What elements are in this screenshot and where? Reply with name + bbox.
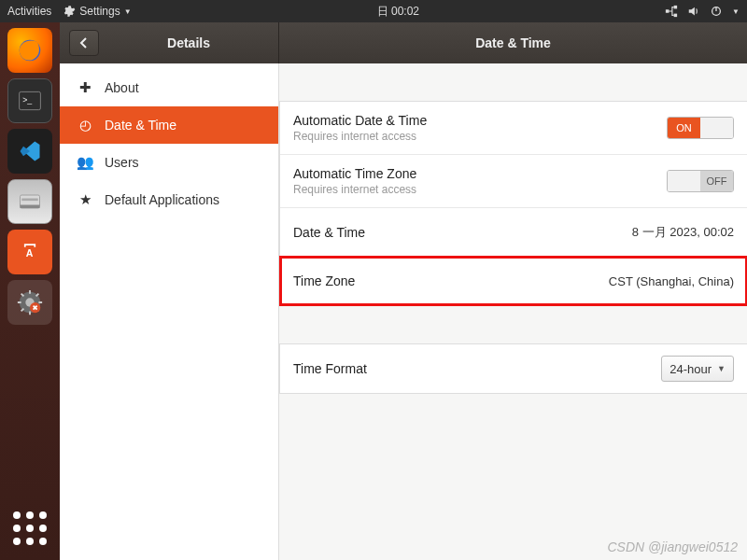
dock-item-settings[interactable] xyxy=(7,280,52,325)
row-date-time[interactable]: Date & Time 8 一月 2023, 00:02 xyxy=(280,208,747,257)
dock-item-vscode[interactable] xyxy=(7,129,52,174)
dock-item-software[interactable]: A xyxy=(7,230,52,274)
time-zone-value: CST (Shanghai, China) xyxy=(609,274,734,288)
network-icon xyxy=(665,5,678,18)
row-time-zone[interactable]: Time Zone CST (Shanghai, China) xyxy=(280,257,747,305)
gear-icon xyxy=(63,5,76,18)
show-applications-button[interactable] xyxy=(7,506,52,551)
svg-rect-1 xyxy=(674,6,678,9)
row-sublabel: Requires internet access xyxy=(293,183,667,196)
sidebar-item-label: Date & Time xyxy=(105,118,176,133)
power-icon xyxy=(710,5,723,18)
sidebar-item-users[interactable]: 👥 Users xyxy=(60,144,278,181)
back-button[interactable] xyxy=(69,30,99,56)
page-title: Date & Time xyxy=(279,22,747,63)
clock[interactable]: 日 00:02 xyxy=(132,4,665,20)
sidebar-item-label: Default Applications xyxy=(105,192,219,207)
chevron-down-icon: ▼ xyxy=(717,364,726,373)
time-format-dropdown[interactable]: 24-hour ▼ xyxy=(661,356,734,382)
row-label: Date & Time xyxy=(293,225,632,240)
svg-text:>_: >_ xyxy=(22,95,32,105)
row-time-format: Time Format 24-hour ▼ xyxy=(280,344,747,393)
sidebar-title: Details xyxy=(99,35,278,50)
row-label: Time Format xyxy=(293,361,661,376)
sidebar-item-default-apps[interactable]: ★ Default Applications xyxy=(60,181,278,218)
headerbar: Details Date & Time xyxy=(60,22,747,63)
sidebar-item-label: Users xyxy=(105,155,139,170)
activities-button[interactable]: Activities xyxy=(7,5,51,18)
row-sublabel: Requires internet access xyxy=(293,130,667,143)
dock-item-firefox[interactable] xyxy=(7,28,52,73)
dock-item-terminal[interactable]: >_ xyxy=(7,78,52,123)
svg-rect-8 xyxy=(21,199,38,202)
svg-text:A: A xyxy=(26,247,34,259)
sidebar-item-date-time[interactable]: ◴ Date & Time xyxy=(60,106,278,144)
users-icon: 👥 xyxy=(77,154,93,171)
volume-icon xyxy=(687,5,700,18)
chevron-down-icon: ▼ xyxy=(124,7,132,16)
dock-item-files[interactable] xyxy=(7,179,52,224)
row-label: Automatic Time Zone xyxy=(293,166,667,181)
gnome-top-panel: Activities Settings ▼ 日 00:02 ▼ xyxy=(0,0,747,22)
star-icon: ★ xyxy=(77,191,93,208)
svg-rect-2 xyxy=(674,14,678,18)
launcher-dock: >_ A xyxy=(0,22,60,560)
clock-icon: ◴ xyxy=(77,117,93,133)
sidebar-item-about[interactable]: ✚ About xyxy=(60,69,278,106)
chevron-down-icon: ▼ xyxy=(732,7,740,16)
date-time-value: 8 一月 2023, 00:02 xyxy=(632,224,734,241)
svg-rect-9 xyxy=(21,205,40,209)
row-auto-time-zone: Automatic Time Zone Requires internet ac… xyxy=(280,155,747,208)
status-area[interactable]: ▼ xyxy=(665,5,740,18)
row-auto-date-time: Automatic Date & Time Requires internet … xyxy=(280,102,747,155)
sidebar-item-label: About xyxy=(105,80,139,95)
row-label: Automatic Date & Time xyxy=(293,113,667,128)
settings-window: Details Date & Time ✚ About ◴ Date & Tim… xyxy=(60,22,747,560)
toggle-auto-date-time[interactable]: ON. xyxy=(667,117,734,139)
plus-icon: ✚ xyxy=(77,79,93,96)
settings-content: Automatic Date & Time Requires internet … xyxy=(279,63,747,560)
details-sidebar: ✚ About ◴ Date & Time 👥 Users ★ Default … xyxy=(60,63,279,560)
app-menu[interactable]: Settings ▼ xyxy=(63,5,131,18)
toggle-auto-time-zone[interactable]: .OFF xyxy=(667,170,734,192)
row-label: Time Zone xyxy=(293,273,609,288)
